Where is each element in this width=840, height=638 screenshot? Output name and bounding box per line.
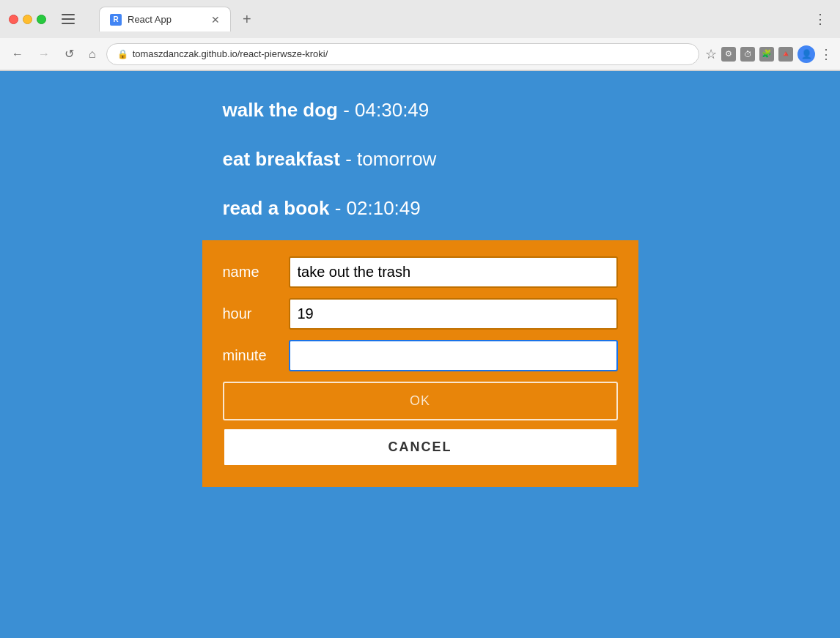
address-bar[interactable]: 🔒 tomaszdanczak.github.io/react-pierwsze… [106,43,699,65]
task-name-3: read a book [223,197,330,219]
ok-button[interactable]: OK [223,382,618,420]
traffic-lights [9,15,46,24]
minute-input[interactable] [289,340,618,371]
tab-bar: R React App ✕ + [99,7,802,31]
browser-chrome: R React App ✕ + ⋮ ← → ↺ ⌂ 🔒 tomaszdancza… [0,0,840,71]
forward-button[interactable]: → [34,45,54,64]
task-time-3: - 02:10:49 [335,197,421,219]
close-button[interactable] [9,15,18,24]
minute-label: minute [223,347,289,364]
name-label: name [223,264,289,281]
url-text: tomaszdanczak.github.io/react-pierwsze-k… [133,48,328,59]
extension-icon-2[interactable]: ⏱ [740,47,755,62]
form-area: name hour minute OK CANCEL [202,240,638,487]
svg-rect-2 [62,23,75,24]
tab-title: React App [128,14,172,25]
tab-close-icon[interactable]: ✕ [211,14,220,26]
profile-avatar[interactable]: 👤 [797,45,815,63]
home-button[interactable]: ⌂ [84,45,100,64]
back-button[interactable]: ← [7,45,28,64]
chrome-menu-icon[interactable]: ⋮ [819,46,833,62]
list-item: eat breakfast - tomorrow [223,135,618,184]
hour-input[interactable] [289,298,618,330]
lock-icon: 🔒 [117,49,128,59]
title-bar: R React App ✕ + ⋮ [0,0,840,38]
svg-rect-0 [62,14,75,15]
menu-icon[interactable] [59,10,77,28]
form-row-hour: hour [223,298,618,330]
task-name-2: eat breakfast [223,148,340,170]
form-row-minute: minute [223,340,618,371]
extension-icon-4[interactable]: 🔺 [778,47,793,62]
reload-button[interactable]: ↺ [60,44,78,64]
name-input[interactable] [289,256,618,288]
extension-icon-1[interactable]: ⚙ [721,47,736,62]
cancel-button[interactable]: CANCEL [223,428,618,467]
extension-icon-3[interactable]: 🧩 [759,47,774,62]
task-name-1: walk the dog [223,99,338,121]
task-time-1: - 04:30:49 [343,99,429,121]
bookmark-icon[interactable]: ☆ [705,46,717,62]
task-time-2: - tomorrow [345,148,436,170]
hour-label: hour [223,305,289,322]
app-container: walk the dog - 04:30:49 eat breakfast - … [202,71,638,638]
bottom-area [202,487,638,634]
active-tab[interactable]: R React App ✕ [99,7,231,31]
tab-favicon: R [110,14,122,26]
page-content: walk the dog - 04:30:49 eat breakfast - … [0,71,840,638]
new-tab-button[interactable]: + [237,10,257,29]
list-item: walk the dog - 04:30:49 [223,86,618,135]
svg-rect-1 [62,18,75,20]
form-row-name: name [223,256,618,288]
maximize-button[interactable] [37,15,46,24]
extensions-area: ☆ ⚙ ⏱ 🧩 🔺 👤 ⋮ [705,45,833,63]
nav-bar: ← → ↺ ⌂ 🔒 tomaszdanczak.github.io/react-… [0,38,840,70]
browser-menu-button[interactable]: ⋮ [809,8,831,30]
task-list: walk the dog - 04:30:49 eat breakfast - … [202,71,638,240]
minimize-button[interactable] [23,15,32,24]
list-item: read a book - 02:10:49 [223,184,618,233]
